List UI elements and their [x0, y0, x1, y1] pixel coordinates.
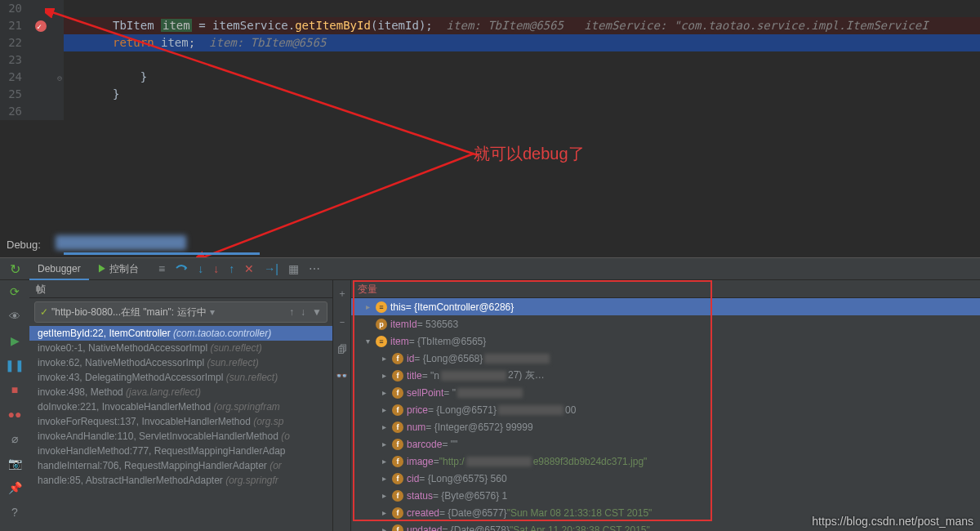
debug-underline	[64, 252, 260, 255]
breakpoint-icon[interactable]	[35, 20, 47, 32]
variable-row[interactable]: ftitle = "n27) 灰…	[351, 367, 980, 384]
stack-frame[interactable]: invoke0:-1, NativeMethodAccessorImpl (su…	[29, 341, 332, 355]
frames-header: 帧	[29, 280, 332, 298]
field-badge-icon: f	[392, 524, 403, 532]
check-icon: ✓	[40, 306, 48, 318]
variable-row[interactable]: fprice = {Long@6571} 00	[351, 401, 980, 418]
run-to-cursor-icon[interactable]: →|	[264, 262, 278, 275]
add-watch-icon[interactable]: ＋	[337, 287, 347, 301]
field-badge-icon: f	[392, 353, 403, 364]
tab-debugger[interactable]: Debugger	[29, 257, 89, 280]
field-badge-icon: f	[392, 422, 403, 433]
variable-row[interactable]: ≡this = {ItemController@6286}	[351, 298, 980, 315]
resume-program-icon[interactable]: ▶	[11, 334, 20, 347]
debug-panels: ⟳ 👁 ▶ ❚❚ ■ ●● ⌀ 📷 📌 ? 帧 ✓ "http-bio-8080…	[0, 280, 980, 531]
code-line[interactable]: 24⊖ }	[0, 69, 980, 86]
stack-frame[interactable]: invoke:62, NativeMethodAccessorImpl (sun…	[29, 355, 332, 370]
evaluate-icon[interactable]: ▦	[288, 262, 299, 275]
variable-row[interactable]: fstatus = {Byte@6576} 1	[351, 487, 980, 504]
annotation-text: 就可以debug了	[474, 143, 585, 165]
stack-frame[interactable]: getItemById:22, ItemController (com.taot…	[29, 326, 332, 341]
variables-header: 变量	[351, 280, 980, 298]
watermark: https://blog.csdn.net/post_mans	[812, 515, 973, 528]
thread-name: "http-bio-8080...在组 "main": 运行中	[51, 306, 207, 319]
stack-frame[interactable]: invoke:498, Method (java.lang.reflect)	[29, 385, 332, 399]
threads-icon[interactable]: ≡	[158, 262, 165, 275]
tab-console[interactable]: ▶ 控制台	[89, 257, 147, 280]
step-out-icon[interactable]: ↑	[229, 262, 234, 275]
stack-frame[interactable]: invoke:43, DelegatingMethodAccessorImpl …	[29, 370, 332, 385]
field-badge-icon: f	[392, 456, 403, 467]
variable-row[interactable]: fcid = {Long@6575} 560	[351, 470, 980, 487]
pause-icon[interactable]: ❚❚	[5, 359, 24, 372]
stack-frame[interactable]: invokeAndHandle:110, ServletInvocableHan…	[29, 429, 332, 444]
field-badge-icon: f	[392, 404, 403, 416]
glasses-icon[interactable]: 👓	[336, 370, 348, 382]
code-line[interactable]: 26	[0, 103, 980, 120]
debug-toolbar: ↻ Debugger ▶ 控制台 ≡ ↓ ↓ ↑ ✕ →| ▦ ⋯	[0, 257, 980, 280]
stack-frame[interactable]: handleInternal:706, RequestMappingHandle…	[29, 458, 332, 473]
remove-watch-icon[interactable]: －	[337, 315, 347, 329]
debug-label: Debug:	[7, 239, 41, 251]
view-breakpoints-icon[interactable]: ●●	[8, 408, 22, 421]
left-action-rail: ⟳ 👁 ▶ ❚❚ ■ ●● ⌀ 📷 📌 ?	[0, 280, 29, 531]
field-badge-icon: f	[392, 507, 403, 519]
code-editor[interactable]: 2021TbItem item = itemService.getItemByI…	[0, 0, 980, 237]
field-badge-icon: p	[376, 319, 387, 330]
field-badge-icon: f	[392, 473, 403, 484]
rerun-icon[interactable]: ↻	[0, 261, 29, 277]
field-badge-icon: ≡	[376, 336, 387, 347]
variable-row[interactable]: ≡item = {TbItem@6565}	[351, 332, 980, 350]
frames-panel: 帧 ✓ "http-bio-8080...在组 "main": 运行中 ▾ ↑ …	[29, 280, 333, 531]
code-line[interactable]: 22return item; item: TbItem@6565	[0, 34, 980, 51]
stack-frame[interactable]: invokeForRequest:137, InvocableHandlerMe…	[29, 414, 332, 429]
variable-row[interactable]: fid = {Long@6568}	[351, 350, 980, 367]
thread-prev-icon[interactable]: ↑	[289, 306, 294, 318]
field-badge-icon: f	[392, 490, 403, 502]
help-icon[interactable]: ?	[11, 506, 18, 519]
variable-row[interactable]: fbarcode = ""	[351, 435, 980, 453]
stop-icon[interactable]: ■	[11, 383, 18, 396]
stack-frame[interactable]: invokeHandleMethod:777, RequestMappingHa…	[29, 444, 332, 458]
step-into-icon[interactable]: ↓	[198, 262, 203, 275]
pin-icon[interactable]: 📌	[8, 481, 22, 494]
field-badge-icon: f	[392, 370, 403, 382]
drop-frame-icon[interactable]: ✕	[244, 262, 254, 275]
mute-breakpoints-icon[interactable]: ⌀	[11, 432, 18, 445]
step-over-icon[interactable]	[175, 261, 188, 277]
force-step-into-icon[interactable]: ↓	[213, 262, 219, 275]
code-line[interactable]: 21TbItem item = itemService.getItemById(…	[0, 17, 980, 34]
mid-rail: ＋ － 🗐 👓	[333, 280, 351, 531]
settings-gear-icon[interactable]: 📷	[8, 457, 22, 470]
debug-config-name	[56, 235, 186, 250]
field-badge-icon: f	[392, 387, 403, 399]
variable-row[interactable]: fnum = {Integer@6572} 99999	[351, 418, 980, 435]
duplicate-watch-icon[interactable]: 🗐	[337, 344, 347, 355]
dropdown-icon: ▾	[210, 306, 215, 318]
thread-filter-icon[interactable]: ▼	[312, 306, 322, 318]
resume-icon[interactable]: 👁	[9, 310, 20, 323]
variable-row[interactable]: fsellPoint = "	[351, 384, 980, 401]
thread-selector[interactable]: ✓ "http-bio-8080...在组 "main": 运行中 ▾ ↑ ↓ …	[34, 301, 327, 323]
variable-row[interactable]: pitemId = 536563	[351, 315, 980, 332]
more-icon[interactable]: ⋯	[309, 262, 320, 275]
stack-frame[interactable]: doInvoke:221, InvocableHandlerMethod (or…	[29, 399, 332, 414]
thread-next-icon[interactable]: ↓	[301, 306, 305, 318]
variables-panel: 变量 ≡this = {ItemController@6286}pitemId …	[351, 280, 980, 531]
field-badge-icon: ≡	[376, 301, 387, 313]
code-line[interactable]: 20	[0, 0, 980, 17]
rerun-action-icon[interactable]: ⟳	[10, 285, 20, 298]
code-line[interactable]: 23	[0, 51, 980, 69]
stack-frame[interactable]: handle:85, AbstractHandlerMethodAdapter …	[29, 473, 332, 488]
code-line[interactable]: 25}	[0, 86, 980, 103]
variable-row[interactable]: fimage = "http:/e9889f3db9b24dc371.jpg"	[351, 453, 980, 470]
field-badge-icon: f	[392, 439, 403, 450]
